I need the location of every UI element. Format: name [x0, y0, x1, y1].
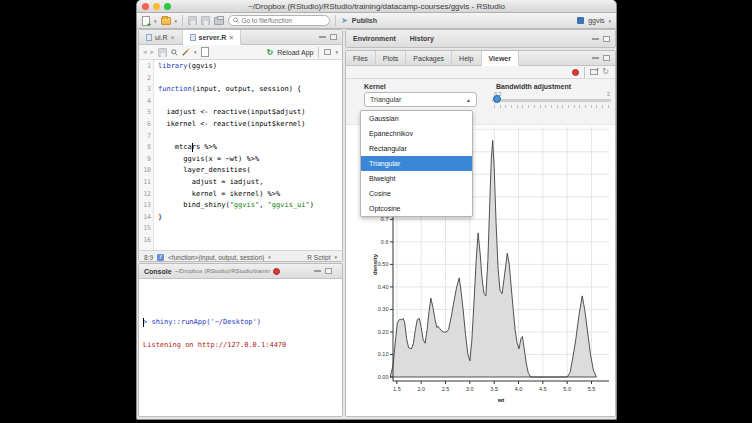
open-file-icon[interactable] — [161, 17, 171, 25]
line-number: 12 — [139, 189, 151, 201]
search-icon — [233, 17, 239, 24]
slider-track[interactable] — [492, 99, 611, 102]
code-segment: kernel = ikernel) %>% — [158, 190, 280, 198]
line-number: 3 — [139, 84, 151, 96]
tab-viewer[interactable]: Viewer — [482, 51, 519, 66]
code-line: iadjust <- reactive(input$adjust) — [158, 107, 314, 119]
publish-button[interactable]: Publish — [352, 17, 377, 24]
file-type-caret-icon[interactable]: ▾ — [334, 254, 337, 260]
line-number: 8 — [139, 142, 151, 154]
scope-label[interactable]: <function>(input, output, session) — [168, 254, 264, 261]
refresh-viewer-icon[interactable]: ↻ — [602, 68, 609, 76]
code-tools-caret-icon[interactable]: ▾ — [194, 49, 197, 55]
code-segment: "ggvis" — [230, 201, 260, 209]
source-pane-buttons — [319, 30, 342, 44]
scope-caret-icon[interactable]: ▾ — [268, 254, 271, 260]
y-tick-label: 0.7 — [381, 216, 389, 222]
console-pane-buttons — [314, 268, 337, 274]
code-editor[interactable]: 12345678910111213141516 library(ggvis) f… — [139, 60, 342, 250]
main-toolbar: ▾ ▾ ➤ Publish ggvis ▾ — [137, 13, 616, 29]
toolbar-divider — [584, 67, 585, 78]
back-icon[interactable]: ◂ — [143, 48, 147, 56]
goto-file-input[interactable] — [241, 17, 325, 24]
console-cursor — [143, 318, 144, 327]
kernel-option-triangular[interactable]: Triangular — [361, 156, 472, 171]
code-line: ikernel <- reactive(input$kernel) — [158, 119, 314, 131]
kernel-option-gaussian[interactable]: Gaussian — [361, 111, 472, 126]
x-tick-label: 3.0 — [466, 386, 474, 392]
x-tick-label: 4.5 — [539, 386, 547, 392]
line-number: 9 — [139, 154, 151, 166]
code-tools-wand-icon[interactable] — [182, 48, 190, 56]
save-icon[interactable] — [188, 16, 197, 25]
open-in-browser-icon[interactable] — [590, 69, 598, 75]
kernel-option-optcosine[interactable]: Optcosine — [361, 201, 472, 216]
slider-handle[interactable] — [493, 95, 501, 103]
minimize-pane-icon[interactable] — [592, 38, 599, 40]
line-number: 15 — [139, 223, 151, 235]
file-type-label[interactable]: R Script — [307, 254, 330, 261]
save-all-icon[interactable] — [201, 16, 210, 25]
minimize-pane-icon[interactable] — [319, 36, 326, 38]
slider-tick — [522, 105, 523, 108]
code-segment: iadjust <- reactive(input$adjust) — [158, 108, 306, 116]
save-source-icon[interactable] — [158, 48, 167, 57]
tab-server.R[interactable]: server.R× — [183, 30, 242, 45]
select-caret-up-icon: ▲ — [466, 97, 471, 103]
close-window-button[interactable] — [142, 3, 149, 10]
goto-file-search[interactable] — [228, 15, 330, 26]
minimize-pane-icon[interactable] — [314, 270, 321, 272]
new-file-icon[interactable] — [142, 16, 150, 26]
kernel-option-rectangular[interactable]: Rectangular — [361, 141, 472, 156]
new-file-caret-icon[interactable]: ▾ — [154, 18, 157, 24]
kernel-option-biweight[interactable]: Biweight — [361, 171, 472, 186]
open-recent-caret-icon[interactable]: ▾ — [175, 18, 178, 24]
zoom-window-button[interactable] — [164, 3, 171, 10]
maximize-pane-icon[interactable] — [603, 55, 610, 61]
tab-packages[interactable]: Packages — [406, 51, 452, 65]
window-titlebar[interactable]: ~/Dropbox (RStudio)/RStudio/training/dat… — [137, 0, 616, 13]
y-tick-label: 0.6 — [381, 239, 389, 245]
tab-environment[interactable]: Environment — [346, 30, 403, 47]
forward-icon[interactable]: ▸ — [151, 48, 155, 56]
kernel-select[interactable]: Triangular ▲ — [364, 92, 477, 107]
y-axis-title: density — [372, 253, 378, 275]
x-tick-label: 2.5 — [442, 386, 450, 392]
console-tab[interactable]: Console — [144, 268, 172, 275]
bandwidth-slider[interactable]: 0.2 2 — [492, 91, 611, 113]
close-tab-icon[interactable]: × — [229, 34, 233, 41]
reload-app-button[interactable]: Reload App — [277, 49, 313, 56]
tab-label: server.R — [199, 34, 227, 41]
tab-history[interactable]: History — [403, 30, 441, 47]
publish-icon[interactable]: ➤ — [341, 16, 348, 25]
maximize-pane-icon[interactable] — [330, 34, 337, 40]
slider-max-label: 2 — [607, 91, 610, 97]
find-icon[interactable] — [171, 49, 178, 56]
code-segment: (ggvis) — [188, 62, 218, 70]
close-tab-icon[interactable]: × — [170, 34, 174, 41]
tab-plots[interactable]: Plots — [376, 51, 407, 65]
stop-icon[interactable] — [273, 268, 280, 275]
run-options-icon[interactable] — [324, 49, 331, 55]
stop-app-icon[interactable] — [572, 69, 579, 76]
slider-tick — [562, 105, 563, 108]
code-line: function(input, output, session) { — [158, 84, 314, 96]
tab-help[interactable]: Help — [452, 51, 481, 65]
minimize-pane-icon[interactable] — [592, 57, 599, 59]
maximize-pane-icon[interactable] — [325, 268, 332, 274]
console-line — [143, 328, 338, 340]
print-icon[interactable] — [214, 17, 224, 25]
minimize-window-button[interactable] — [153, 3, 160, 10]
compile-report-icon[interactable] — [201, 47, 209, 57]
project-caret-icon[interactable]: ▾ — [608, 18, 611, 24]
tab-files[interactable]: Files — [346, 51, 376, 65]
kernel-option-epanechnikov[interactable]: Epanechnikov — [361, 126, 472, 141]
tab-ui.R[interactable]: ui.R× — [139, 30, 183, 44]
console-output[interactable]: > shiny::runApp('~/Desktop') Listening o… — [139, 279, 342, 354]
kernel-option-cosine[interactable]: Cosine — [361, 186, 472, 201]
project-menu-button[interactable]: ggvis — [588, 17, 604, 24]
run-options-caret-icon[interactable]: ▾ — [335, 49, 338, 55]
maximize-pane-icon[interactable] — [603, 36, 610, 42]
slider-ticks — [494, 105, 609, 108]
viewer-toolbar: ↻ — [346, 66, 615, 79]
